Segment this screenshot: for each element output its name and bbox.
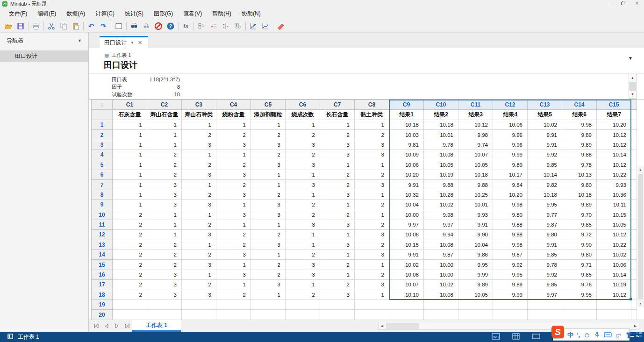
- grid-cell[interactable]: 3: [251, 160, 286, 170]
- grid-cell[interactable]: [113, 310, 147, 320]
- grid-cell[interactable]: 3: [147, 290, 182, 299]
- ime-punctuation-toggle[interactable]: ’,: [577, 332, 580, 338]
- grid-cell[interactable]: 9.89: [562, 200, 597, 210]
- transpose-icon[interactable]: [232, 21, 244, 32]
- grid-cell[interactable]: 3: [147, 190, 182, 200]
- minimize-button[interactable]: –: [602, 0, 616, 7]
- grid-cell[interactable]: 9.90: [458, 230, 493, 240]
- grid-cell[interactable]: 2: [113, 270, 147, 279]
- row-header-19[interactable]: 19: [92, 300, 113, 310]
- grid-cell[interactable]: 9.82: [528, 180, 562, 190]
- column-header-C14[interactable]: C14: [562, 100, 597, 110]
- grid-cell[interactable]: 1: [113, 140, 147, 150]
- worksheet-tab[interactable]: 工作表 1: [132, 320, 181, 332]
- grid-cell[interactable]: [562, 300, 597, 310]
- recode-icon[interactable]: [208, 21, 220, 32]
- grid-cell[interactable]: 9.95: [528, 200, 562, 210]
- grid-cell[interactable]: 9.87: [528, 220, 562, 229]
- grid-cell[interactable]: 1: [113, 170, 147, 179]
- grid-cell[interactable]: 10.14: [597, 270, 631, 279]
- grid-cell[interactable]: 1: [286, 170, 320, 179]
- grid-cell[interactable]: 10.02: [528, 120, 562, 130]
- grid-cell[interactable]: 3: [251, 210, 286, 220]
- grid-cell[interactable]: 2: [216, 290, 251, 299]
- grid-cell[interactable]: 9.78: [528, 260, 562, 270]
- grid-cell[interactable]: 3: [216, 210, 251, 220]
- grid-cell[interactable]: 9.77: [528, 210, 562, 220]
- scroll-left-icon[interactable]: ◀: [379, 322, 386, 329]
- column-header-C3[interactable]: C3: [182, 100, 216, 110]
- grid-cell[interactable]: 1: [147, 220, 182, 229]
- grid-cell[interactable]: 1: [113, 190, 147, 200]
- grid-cell[interactable]: 2: [113, 290, 147, 299]
- navigator-header[interactable]: 导航器 ▼: [0, 33, 88, 49]
- grid-cell[interactable]: 2: [320, 130, 355, 140]
- grid-cell[interactable]: 10.18: [562, 190, 597, 200]
- grid-cell[interactable]: 10.02: [389, 260, 424, 270]
- worksheet-icon[interactable]: [113, 21, 125, 32]
- grid-cell[interactable]: 10.06: [389, 160, 424, 170]
- grid-cell[interactable]: 1: [182, 240, 216, 249]
- grid-cell[interactable]: 2: [320, 180, 355, 190]
- row-header-13[interactable]: 13: [92, 240, 113, 249]
- grid-cell[interactable]: 1: [355, 120, 389, 130]
- grid-cell[interactable]: [286, 300, 320, 310]
- scroll-up-icon[interactable]: ▲: [629, 74, 636, 82]
- grid-cell[interactable]: 10.08: [424, 150, 458, 160]
- grid-cell[interactable]: 10.25: [458, 190, 493, 200]
- grid-cell[interactable]: 9.99: [493, 150, 528, 160]
- output-pane-toggle-icon[interactable]: WS: [492, 333, 500, 341]
- grid-cell[interactable]: 1: [355, 260, 389, 270]
- grid-cell[interactable]: 9.95: [458, 260, 493, 270]
- grid-cell[interactable]: 9.88: [493, 220, 528, 229]
- grid-cell[interactable]: 1: [286, 230, 320, 240]
- grid-cell[interactable]: [493, 310, 528, 320]
- grid-cell[interactable]: 10.22: [597, 240, 631, 249]
- ime-language-mode[interactable]: 中: [567, 332, 573, 338]
- grid-cell[interactable]: 10.12: [597, 130, 631, 140]
- grid-cell[interactable]: 9.80: [562, 250, 597, 260]
- grid-cell[interactable]: 10.07: [458, 150, 493, 160]
- ime-microphone-icon[interactable]: [594, 331, 601, 338]
- scroll-up-icon[interactable]: ▲: [637, 166, 644, 174]
- grid-cell[interactable]: 1: [251, 120, 286, 130]
- grid-cell[interactable]: 2: [182, 190, 216, 200]
- grid-cell[interactable]: 1: [216, 220, 251, 229]
- grid-cell[interactable]: 2: [286, 210, 320, 220]
- grid-cell[interactable]: 1: [286, 120, 320, 130]
- grid-cell[interactable]: 2: [113, 210, 147, 220]
- column-name-cell[interactable]: 寿山石含量: [147, 110, 182, 120]
- grid-corner-cell[interactable]: ↓: [92, 100, 113, 110]
- grid-cell[interactable]: 2: [320, 260, 355, 270]
- scatterplot-icon[interactable]: [247, 21, 259, 32]
- grid-cell[interactable]: 2: [113, 260, 147, 270]
- grid-cell[interactable]: 2: [355, 240, 389, 249]
- grid-cell[interactable]: 1: [320, 270, 355, 279]
- next-worksheet-button[interactable]: [114, 323, 120, 329]
- grid-cell[interactable]: 2: [355, 270, 389, 279]
- grid-cell[interactable]: 1: [113, 200, 147, 210]
- scrollbar-thumb[interactable]: [629, 82, 636, 91]
- grid-cell[interactable]: 10.18: [528, 190, 562, 200]
- grid-cell[interactable]: 3: [147, 180, 182, 190]
- grid-cell[interactable]: 1: [113, 130, 147, 140]
- grid-cell[interactable]: 10.03: [389, 130, 424, 140]
- grid-cell[interactable]: 1: [251, 220, 286, 229]
- grid-cell[interactable]: 2: [355, 200, 389, 210]
- ime-keyboard-icon[interactable]: [604, 332, 612, 338]
- grid-cell[interactable]: 1: [320, 160, 355, 170]
- grid-cell[interactable]: 10.05: [424, 160, 458, 170]
- grid-cell[interactable]: 2: [216, 160, 251, 170]
- grid-cell[interactable]: 3: [286, 140, 320, 150]
- row-header-16[interactable]: 16: [92, 270, 113, 279]
- grid-cell[interactable]: 9.72: [562, 230, 597, 240]
- grid-cell[interactable]: 3: [147, 200, 182, 210]
- grid-cell[interactable]: 1: [182, 150, 216, 160]
- grid-cell[interactable]: 9.70: [562, 210, 597, 220]
- grid-cell[interactable]: [251, 300, 286, 310]
- grid-cell[interactable]: 3: [251, 280, 286, 290]
- grid-cell[interactable]: 3: [355, 280, 389, 290]
- grid-cell[interactable]: 10.13: [562, 170, 597, 179]
- grid-cell[interactable]: 3: [182, 290, 216, 299]
- column-header-C1[interactable]: C1: [113, 100, 147, 110]
